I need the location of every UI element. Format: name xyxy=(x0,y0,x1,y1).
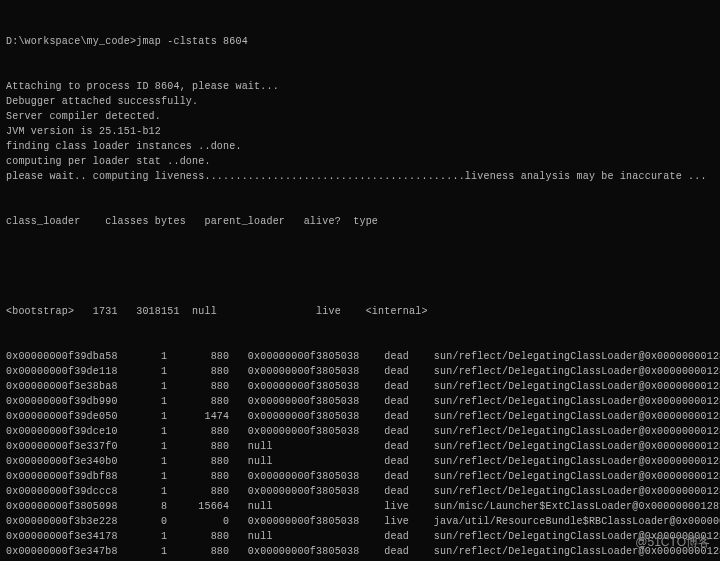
terminal[interactable]: D:\workspace\my_code>jmap -clstats 8604 … xyxy=(0,0,720,561)
watermark: @51CTO博客 xyxy=(635,533,710,551)
column-headers: class_loader classes bytes parent_loader… xyxy=(6,214,714,229)
table-row: 0x00000000f3e337f0 1 880 null dead sun/r… xyxy=(6,439,714,454)
preamble-block: Attaching to process ID 8604, please wai… xyxy=(6,79,714,184)
table-row: 0x00000000f39dba58 1 880 0x00000000f3805… xyxy=(6,349,714,364)
preamble-line: computing per loader stat ..done. xyxy=(6,154,714,169)
table-row: 0x00000000f39de118 1 880 0x00000000f3805… xyxy=(6,364,714,379)
table-body: 0x00000000f39dba58 1 880 0x00000000f3805… xyxy=(6,349,714,561)
prompt-line: D:\workspace\my_code>jmap -clstats 8604 xyxy=(6,34,714,49)
bootstrap-row: <bootstrap> 1731 3018151 null live <inte… xyxy=(6,304,714,319)
table-row: 0x00000000f39dccc8 1 880 0x00000000f3805… xyxy=(6,484,714,499)
table-row: 0x00000000f3e34178 1 880 null dead sun/r… xyxy=(6,529,714,544)
blank-line xyxy=(6,259,714,274)
table-row: 0x00000000f39dbf88 1 880 0x00000000f3805… xyxy=(6,469,714,484)
preamble-line: finding class loader instances ..done. xyxy=(6,139,714,154)
preamble-line: Server compiler detected. xyxy=(6,109,714,124)
table-row: 0x00000000f3e340b0 1 880 null dead sun/r… xyxy=(6,454,714,469)
table-row: 0x00000000f3805098 8 15664 null live sun… xyxy=(6,499,714,514)
table-row: 0x00000000f3e347b8 1 880 0x00000000f3805… xyxy=(6,544,714,559)
preamble-line: please wait.. computing liveness........… xyxy=(6,169,714,184)
table-row: 0x00000000f3e38ba8 1 880 0x00000000f3805… xyxy=(6,379,714,394)
preamble-line: Attaching to process ID 8604, please wai… xyxy=(6,79,714,94)
preamble-line: JVM version is 25.151-b12 xyxy=(6,124,714,139)
preamble-line: Debugger attached successfully. xyxy=(6,94,714,109)
table-row: 0x00000000f39dce10 1 880 0x00000000f3805… xyxy=(6,424,714,439)
table-row: 0x00000000f39de050 1 1474 0x00000000f380… xyxy=(6,409,714,424)
table-row: 0x00000000f39db990 1 880 0x00000000f3805… xyxy=(6,394,714,409)
table-row: 0x00000000f3b3e228 0 0 0x00000000f380503… xyxy=(6,514,714,529)
